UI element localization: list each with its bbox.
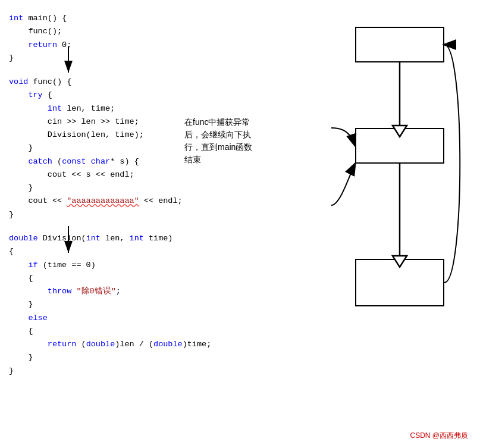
- main-line-2: func();: [9, 25, 277, 38]
- main-container: int main() { func(); return 0; } void fu…: [0, 0, 480, 448]
- div-line-4: {: [9, 272, 277, 285]
- svg-marker-8: [393, 256, 407, 267]
- main-line-1: int main() {: [9, 12, 277, 25]
- div-line-6: }: [9, 298, 277, 311]
- main-line-4: }: [9, 52, 277, 65]
- div-line-10: }: [9, 351, 277, 364]
- void-line-11: }: [9, 208, 277, 221]
- svg-marker-6: [393, 126, 407, 137]
- void-line-8: cout << s << endl;: [9, 168, 277, 181]
- annotation-text: 在func中捕获异常后，会继续向下执行，直到main函数结束: [184, 116, 256, 166]
- code-section: int main() { func(); return 0; } void fu…: [6, 6, 280, 442]
- main-function-block: int main() { func(); return 0; }: [9, 12, 277, 65]
- div-line-8: {: [9, 325, 277, 338]
- div-line-11: }: [9, 365, 277, 378]
- div-line-5: throw "除0错误";: [9, 285, 277, 298]
- div-line-7: else: [9, 312, 277, 325]
- gap-2: [9, 221, 277, 232]
- watermark: CSDN @西西弗质: [410, 431, 468, 441]
- div-line-2: {: [9, 245, 277, 258]
- void-line-2: try {: [9, 89, 277, 102]
- div-line-1: double Division(int len, int time): [9, 232, 277, 245]
- div-line-3: if (time == 0): [9, 259, 277, 272]
- void-line-1: void func() {: [9, 76, 277, 89]
- flowchart-arrows-svg: [331, 9, 468, 437]
- void-line-3: int len, time;: [9, 102, 277, 115]
- div-line-9: return (double)len / (double)time;: [9, 338, 277, 351]
- void-line-9: }: [9, 181, 277, 195]
- division-func-block: double Division(int len, int time) { if …: [9, 232, 277, 378]
- flowchart-section: [331, 9, 468, 437]
- gap-1: [9, 65, 277, 76]
- void-line-10: cout << "aaaaaaaaaaaaa" << endl;: [9, 195, 277, 208]
- main-line-3: return 0;: [9, 39, 277, 52]
